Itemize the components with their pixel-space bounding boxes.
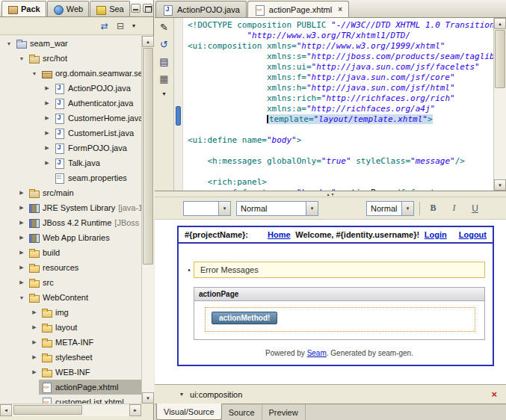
collapsed-twisty-icon[interactable]: ▶ [17,190,26,196]
tree-item[interactable]: ▶FormPOJO.java [0,140,141,155]
tree-item[interactable]: seam.properties [0,170,141,185]
tree-item[interactable]: ▶CustomerHome.java [0,111,141,126]
tree-item[interactable]: ▶CustomerList.java [0,126,141,140]
vpe-menu-arrow-icon[interactable]: ▾ [162,91,165,97]
view-menu-icon[interactable]: ▾ [132,22,135,29]
action-method-button[interactable]: actionMethod! [212,312,277,324]
collapsed-twisty-icon[interactable]: ▶ [17,235,26,241]
tree-item[interactable]: ▶layout [0,320,141,335]
bold-button[interactable]: B [425,201,441,216]
expanded-twisty-icon[interactable]: ▼ [30,71,39,76]
collapsed-twisty-icon[interactable]: ▶ [43,160,52,166]
splitter-down-icon[interactable]: ▾ [332,192,334,197]
tree-item[interactable]: ▶Authenticator.java [0,96,141,111]
tree-item[interactable]: actionPage.xhtml [0,380,141,395]
logout-link[interactable]: Logout [459,230,487,239]
editor-tab-actionpojo-java[interactable]: ActionPOJO.java [155,1,247,17]
tree-item[interactable]: ▶src [0,275,141,290]
tree-item[interactable]: ▼src/hot [0,51,141,66]
collapse-all-icon[interactable]: ⊟ [117,21,124,31]
scroll-down-icon[interactable]: ▼ [142,392,154,404]
collapsed-twisty-icon[interactable]: ▶ [30,339,39,345]
collapsed-twisty-icon[interactable]: ▶ [43,130,52,136]
collapsed-twisty-icon[interactable]: ▶ [30,309,39,315]
tree-item[interactable]: ▶Talk.java [0,155,141,170]
tab-visual-source[interactable]: Visual/Source [156,404,222,420]
collapsed-twisty-icon[interactable]: ▶ [17,220,26,226]
collapsed-twisty-icon[interactable]: ▶ [43,100,52,106]
underline-button[interactable]: U [467,201,483,216]
collapsed-twisty-icon[interactable]: ▶ [30,354,39,360]
font-combo[interactable]: Normal ▾ [366,201,414,216]
expanded-twisty-icon[interactable]: ▼ [4,41,13,46]
tree-hscroll-track[interactable] [12,404,129,416]
tree-item[interactable]: ▶JBoss 4.2 Runtime [JBoss 4.2 [0,215,141,230]
tree-item[interactable]: ▶resources [0,260,141,275]
collapsed-twisty-icon[interactable]: ▶ [17,280,26,285]
tree-horizontal-scrollbar[interactable]: ◄ ► [0,404,141,416]
tree-item[interactable]: ▼seam_war [0,36,141,51]
vpe-show-border-icon[interactable]: ▦ [159,74,168,84]
view-tab-web[interactable]: Web [47,1,89,16]
expanded-twisty-icon[interactable]: ▼ [17,295,26,300]
editor-scroll-thumb[interactable] [495,30,505,88]
vpe-preferences-icon[interactable]: ✎ [160,22,168,32]
collapsed-twisty-icon[interactable]: ▶ [30,369,39,375]
tree-item[interactable]: ▶Web App Libraries [0,230,141,245]
tab-source[interactable]: Source [222,404,262,420]
close-icon[interactable]: × [338,5,342,13]
tree-item[interactable]: ▼org.domain.seamwar.ses [0,66,141,81]
collapsed-twisty-icon[interactable]: ▶ [43,115,52,121]
minimize-view-button[interactable] [131,4,141,13]
editor-vertical-scrollbar[interactable]: ▲ ▼ [493,18,506,191]
scroll-down-icon[interactable]: ▼ [494,179,506,191]
expanded-twisty-icon[interactable]: ▼ [17,56,26,61]
annotation-ruler[interactable] [174,18,183,191]
tree-item[interactable]: ▶stylesheet [0,350,141,365]
home-link[interactable]: Home [268,230,291,239]
collapsed-twisty-icon[interactable]: ▶ [43,85,52,91]
tree-item[interactable]: ▶ActionPOJO.java [0,81,141,96]
tree-item[interactable]: ▶src/main [0,185,141,200]
seam-link[interactable]: Seam [307,349,327,357]
maximize-view-button[interactable] [143,4,152,13]
tab-preview[interactable]: Preview [262,404,306,420]
view-tab-pack[interactable]: Pack [1,1,46,16]
vpe-refresh-icon[interactable]: ↺ [160,40,168,49]
clear-selection-icon[interactable]: × [491,389,497,400]
tree-item[interactable]: ▶JRE System Library [java-1.5 [0,200,141,215]
selection-bar-element[interactable]: ui:composition [190,390,242,399]
tree-item[interactable]: ▶img [0,305,141,320]
tree-item[interactable]: ▶META-INF [0,335,141,350]
code-text-area[interactable]: <!DOCTYPE composition PUBLIC "-//W3C//DT… [183,18,493,191]
scroll-up-icon[interactable]: ▲ [142,36,154,47]
collapsed-twisty-icon[interactable]: ▶ [30,324,39,330]
style-combo[interactable]: ▾ [183,201,231,216]
tree-item[interactable]: customerList.xhtml [0,395,141,404]
editor-tab-actionpage-xhtml[interactable]: actionPage.xhtml× [247,1,349,17]
chevron-down-icon[interactable]: ▾ [306,202,318,215]
source-visual-splitter[interactable]: ▴ ▾ [155,191,506,197]
vpe-page-design-icon[interactable]: ▤ [159,57,168,67]
chevron-down-icon[interactable]: ▾ [218,202,230,215]
tree-item[interactable]: ▶WEB-INF [0,365,141,380]
collapsed-twisty-icon[interactable]: ▶ [17,250,26,256]
collapsed-twisty-icon[interactable]: ▶ [43,145,52,151]
tree-item[interactable]: ▶build [0,245,141,260]
link-with-editor-icon[interactable]: ⇄ [101,21,108,31]
italic-button[interactable]: I [446,201,462,216]
tree-hscroll-thumb[interactable] [13,405,82,415]
scroll-left-icon[interactable]: ◄ [0,404,12,416]
tree-item[interactable]: ▼WebContent [0,290,141,305]
selection-bar-arrow-icon[interactable]: ▾ [180,391,183,398]
splitter-up-icon[interactable]: ▴ [327,192,329,197]
scroll-up-icon[interactable]: ▲ [494,18,506,29]
paragraph-format-combo[interactable]: Normal ▾ [236,201,318,216]
collapsed-twisty-icon[interactable]: ▶ [17,205,26,211]
chevron-down-icon[interactable]: ▾ [401,202,413,215]
login-link[interactable]: Login [425,230,447,239]
view-tab-sea[interactable]: Sea [90,1,130,16]
scroll-right-icon[interactable]: ► [129,404,141,416]
tree-scroll-thumb[interactable] [143,48,153,265]
collapsed-twisty-icon[interactable]: ▶ [17,265,26,271]
